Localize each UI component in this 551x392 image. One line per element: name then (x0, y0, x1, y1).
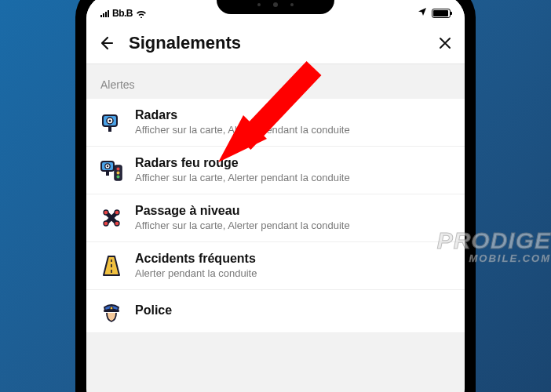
police-icon (99, 299, 124, 324)
road-icon (99, 253, 124, 278)
item-title: Radars feu rouge (135, 155, 452, 171)
item-subtitle: Afficher sur la carte, Alerter pendant l… (135, 172, 452, 185)
item-title: Accidents fréquents (135, 251, 452, 267)
item-title: Police (135, 303, 452, 318)
list-item-accidents[interactable]: Accidents fréquents Alerter pendant la c… (86, 242, 465, 290)
svg-point-6 (107, 165, 108, 167)
svg-point-2 (109, 119, 111, 122)
svg-point-22 (110, 307, 113, 310)
signal-icon (100, 10, 109, 17)
phone-frame: Bb.B Signalements Alertes (75, 0, 476, 392)
svg-point-15 (115, 210, 119, 215)
railroad-crossing-icon (99, 205, 124, 230)
svg-point-10 (117, 171, 120, 174)
svg-point-11 (117, 175, 120, 178)
wifi-icon (136, 9, 147, 18)
camera-icon (99, 110, 124, 135)
screen: Bb.B Signalements Alertes (86, 0, 465, 392)
app-header: Signalements (86, 22, 465, 64)
svg-point-9 (117, 167, 120, 170)
section-label: Alertes (86, 64, 465, 99)
list-item-radars-feu-rouge[interactable]: Radars feu rouge Afficher sur la carte, … (86, 147, 465, 194)
item-title: Radars (135, 107, 452, 123)
svg-rect-7 (106, 171, 109, 176)
item-subtitle: Afficher sur la carte, Alerter pendant l… (135, 220, 452, 233)
list-item-radars[interactable]: Radars Afficher sur la carte, Alerter pe… (86, 99, 465, 147)
svg-point-14 (104, 210, 108, 215)
battery-icon (432, 9, 451, 18)
notch (217, 0, 334, 14)
list-item-police[interactable]: Police (86, 290, 465, 333)
location-icon (418, 7, 427, 19)
list-item-passage-niveau[interactable]: Passage à niveau Afficher sur la carte, … (86, 194, 465, 242)
item-subtitle: Afficher sur la carte, Alerter pendant l… (135, 124, 452, 137)
close-button[interactable] (436, 34, 454, 52)
item-title: Passage à niveau (135, 203, 452, 219)
camera-traffic-light-icon (99, 158, 124, 183)
svg-point-17 (115, 221, 119, 226)
carrier-label: Bb.B (112, 8, 133, 19)
settings-list: Radars Afficher sur la carte, Alerter pe… (86, 99, 465, 333)
svg-point-16 (104, 221, 108, 226)
item-subtitle: Alerter pendant la conduite (135, 267, 452, 281)
svg-rect-3 (108, 126, 111, 132)
back-button[interactable] (97, 34, 115, 52)
page-title: Signalements (129, 33, 422, 53)
